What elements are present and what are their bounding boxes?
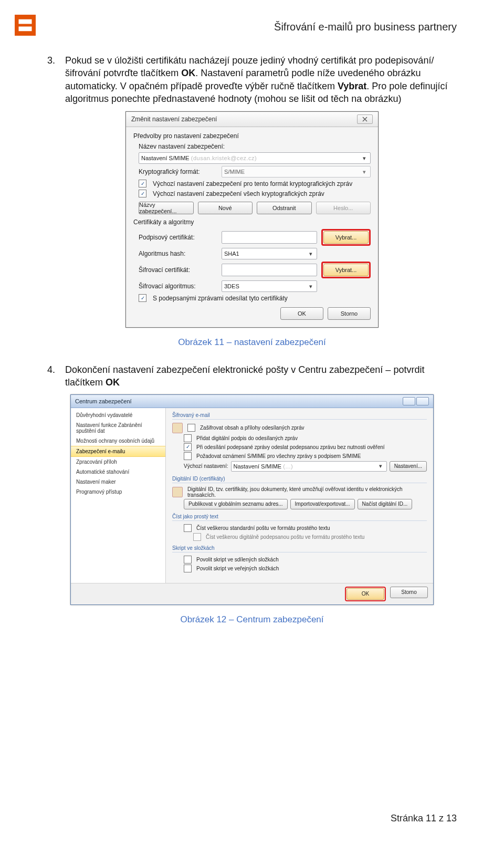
digital-id-desc: Digitální ID, tzv. certifikáty, jsou dok… [187,486,427,498]
page-header: Šifrování e-mailů pro business partnery [47,21,457,33]
clear-sign-label: Při odesílání podepsané zprávy odeslat p… [196,444,385,450]
tc-cancel-button[interactable]: Storno [390,587,428,598]
chevron-down-icon: ▾ [361,169,368,175]
public-script-checkbox[interactable] [184,565,192,572]
chk1-label: Výchozí nastavení zabezpečení pro tento … [153,180,352,187]
step-number: 4. [47,363,58,389]
hash-combo[interactable]: SHA1 ▾ [222,248,317,259]
crypto-format-combo[interactable]: S/MIME ▾ [222,166,371,178]
read-signed-plain-label: Číst veškerou digitálně podepsanou poštu… [206,534,364,540]
close-button[interactable] [357,114,373,124]
password-button[interactable]: Heslo... [316,202,371,214]
preferences-legend: Předvolby pro nastavení zabezpečení [133,132,371,140]
sidebar-item-macros[interactable]: Nastavení maker [71,477,165,487]
svg-rect-1 [19,27,32,32]
dialog-title: Změnit nastavení zabezpečení [131,116,217,123]
crypto-value: S/MIME [224,169,245,175]
step-4: 4. Dokončení nastavení zabezpečení elekt… [47,363,457,389]
svg-rect-0 [19,19,32,24]
security-settings-dialog: Změnit nastavení zabezpečení Předvolby p… [125,111,379,328]
sign-label: Přidat digitální podpis do odesílaných z… [196,435,298,441]
enc-alg-value: 3DES [224,283,239,289]
sidebar-item-privacy[interactable]: Možnosti ochrany osobních údajů [71,436,165,446]
public-script-label: Povolit skript ve veřejných složkách [196,566,279,571]
enc-cert-field[interactable] [222,264,317,276]
tc-sidebar: Důvěryhodní vydavatelé Nastavení funkce … [71,408,166,583]
trust-center-dialog: Centrum zabezpečení Důvěryhodní vydavate… [70,394,434,605]
name-combo[interactable]: Nastavení S/MIME (dusan.kristek@cez.cz) … [139,152,371,164]
read-plain-label: Číst veškerou standardní poštu ve formát… [196,525,330,531]
default-setting-combo[interactable]: Nastavení S/MIME (...) ▾ [231,461,387,472]
default-setting-value: Nastavení S/MIME [234,463,282,470]
sidebar-item-autodownload[interactable]: Automatické stahování [71,467,165,477]
choose-enc-cert-button[interactable]: Vybrat... [323,264,369,276]
step-3: 3. Pokud se v úložišti certifikátu nachá… [47,54,457,105]
close-icon[interactable] [416,397,429,405]
shared-script-checkbox[interactable] [184,556,192,564]
step-3-bold-ok: OK [181,68,195,78]
choose-sign-cert-button[interactable]: Vybrat... [323,231,369,244]
certs-legend: Certifikáty a algoritmy [133,218,371,226]
sidebar-item-attachments[interactable]: Zpracování příloh [71,457,165,467]
sidebar-item-dep[interactable]: Nastavení funkce Zabránění spuštění dat [71,420,165,436]
name-label: Název nastavení zabezpečení: [139,143,371,150]
figure-12-caption: Obrázek 12 – Centrum zabezpečení [47,614,457,625]
hash-value: SHA1 [224,251,239,257]
enc-alg-combo[interactable]: 3DES ▾ [222,280,317,292]
enc-alg-label: Šifrovací algoritmus: [139,283,217,290]
chevron-down-icon: ▾ [307,283,314,290]
tc-ok-button[interactable]: OK [346,588,384,600]
group-plain-text: Číst jako prostý text [172,514,427,521]
crypto-format-label: Kryptografický formát: [139,168,217,175]
tc-title: Centrum zabezpečení [75,398,132,404]
delete-button[interactable]: Odstranit [257,202,312,214]
receipt-label: Požadovat oznámení S/MIME pro všechny zp… [196,453,361,459]
encrypt-label: Zašifrovat obsah a přílohy odesílaných z… [200,425,304,431]
group-digital-id: Digitální ID (certifikáty) [172,476,427,483]
encrypt-checkbox[interactable] [187,424,195,432]
default-all-checkbox[interactable] [139,190,146,197]
step-number: 3. [47,54,58,105]
publish-gal-button[interactable]: Publikovat v globálním seznamu adres... [184,499,288,509]
read-signed-plain-checkbox[interactable] [193,533,201,541]
default-format-checkbox[interactable] [139,180,146,187]
group-folder-script: Skript ve složkách [172,545,427,552]
chevron-down-icon: ▾ [377,463,384,470]
get-id-button[interactable]: Načíst digitální ID... [358,499,413,509]
page-number: Stránka 11 z 13 [391,813,457,824]
new-button[interactable]: Nové [198,202,253,214]
company-logo [15,15,36,36]
sign-cert-field[interactable] [222,231,317,244]
chevron-down-icon: ▾ [307,251,314,257]
hash-label: Algoritmus hash: [139,250,217,257]
help-icon[interactable] [403,397,415,405]
read-plain-checkbox[interactable] [184,524,192,532]
clear-sign-checkbox[interactable] [184,443,192,451]
step-4-bold-ok: OK [106,377,120,388]
send-certs-checkbox[interactable] [139,294,146,302]
chevron-down-icon: ▾ [361,155,368,162]
default-setting-label: Výchozí nastavení: [184,463,228,469]
step-3-bold-vybrat: Vybrat [338,81,366,91]
import-export-button[interactable]: Importovat/exportovat... [290,499,355,509]
sidebar-item-programmatic[interactable]: Programový přístup [71,487,165,497]
sidebar-item-publishers[interactable]: Důvěryhodní vydavatelé [71,410,165,420]
security-names-button[interactable]: Názvy zabezpečení... [139,202,194,214]
sign-cert-label: Podpisový certifikát: [139,234,217,241]
lock-icon [172,423,183,433]
receipt-checkbox[interactable] [184,452,192,460]
figure-11-caption: Obrázek 11 – nastavení zabezpečení [47,337,457,348]
group-encrypted-email: Šifrovaný e-mail [172,412,427,420]
enc-cert-label: Šifrovací certifikát: [139,266,217,274]
cancel-button[interactable]: Storno [328,307,371,320]
certificate-icon [172,487,183,497]
chk3-label: S podepsanými zprávami odesílat tyto cer… [153,295,288,302]
sidebar-item-email-security[interactable]: Zabezpečení e-mailu [71,446,165,457]
name-value: Nastavení S/MIME [141,155,190,161]
settings-button[interactable]: Nastavení... [390,461,427,472]
ok-button[interactable]: OK [280,307,323,320]
chk2-label: Výchozí nastavení zabezpečení všech kryp… [153,190,324,197]
sign-checkbox[interactable] [184,434,192,442]
shared-script-label: Povolit skript ve sdílených složkách [196,557,279,562]
